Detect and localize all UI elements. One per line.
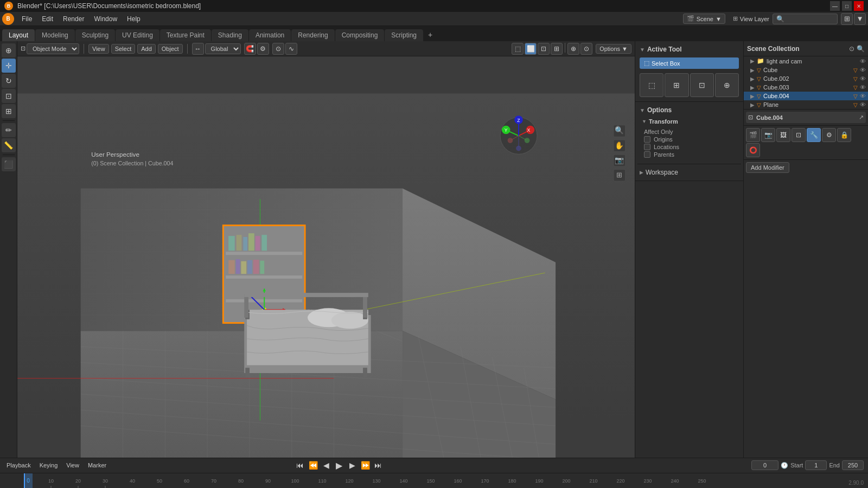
viewport-shading-material[interactable]: ⊡ bbox=[538, 43, 550, 55]
snap-settings[interactable]: ⚙ bbox=[257, 43, 269, 55]
select-menu[interactable]: Select bbox=[111, 44, 136, 54]
outliner-item-cube[interactable]: ▶ ▽ Cube ▽ 👁 bbox=[744, 66, 868, 74]
ws-tab-rendering[interactable]: Rendering bbox=[291, 29, 334, 41]
active-tool-header[interactable]: ▼ Active Tool bbox=[637, 43, 741, 55]
transform-icon[interactable]: ↔ bbox=[192, 43, 204, 55]
next-frame-btn[interactable]: ⏩ bbox=[360, 460, 371, 471]
menu-edit[interactable]: Edit bbox=[37, 14, 58, 24]
prop-icon-object[interactable]: 🔧 bbox=[807, 128, 821, 142]
ws-tab-scripting[interactable]: Scripting bbox=[385, 29, 423, 41]
next-keyframe-btn[interactable]: ▶ bbox=[347, 460, 358, 471]
menu-file[interactable]: File bbox=[17, 14, 36, 24]
locations-checkbox[interactable] bbox=[644, 144, 650, 150]
ws-tab-add[interactable]: + bbox=[424, 28, 437, 41]
outliner-item-plane[interactable]: ▶ ▽ Plane ▽ 👁 bbox=[744, 100, 868, 109]
overlay-btn[interactable]: ⊕ bbox=[567, 43, 579, 55]
timeline-track[interactable]: 0 10 20 30 40 50 60 70 80 90 100 110 120… bbox=[0, 473, 868, 488]
ws-tab-uvediting[interactable]: UV Editing bbox=[116, 29, 159, 41]
scene-selector[interactable]: 🎬 Scene ▼ bbox=[683, 14, 725, 24]
current-frame-input[interactable]: 0 bbox=[751, 460, 778, 470]
annotate-tool[interactable]: ✏ bbox=[2, 123, 16, 137]
viewport-3d[interactable]: ⊡ Object Mode View Select Add Object ↔ G… bbox=[17, 41, 635, 458]
scene-icon: 🎬 bbox=[687, 15, 694, 22]
minimize-button[interactable]: — bbox=[830, 1, 840, 11]
blender-logo[interactable]: B bbox=[2, 13, 14, 25]
outliner-search-btn[interactable]: 🔍 bbox=[857, 45, 865, 53]
prev-frame-btn[interactable]: ⏪ bbox=[308, 460, 318, 471]
ws-tab-layout[interactable]: Layout bbox=[2, 29, 35, 41]
add-modifier-button[interactable]: Add Modifier bbox=[746, 162, 789, 173]
ws-tab-texturepaint[interactable]: Texture Paint bbox=[160, 29, 211, 41]
measure-tool[interactable]: 📏 bbox=[2, 138, 16, 152]
keying-menu[interactable]: Keying bbox=[37, 461, 60, 470]
marker-menu[interactable]: Marker bbox=[86, 461, 108, 470]
workspace-header[interactable]: ▶ Workspace bbox=[637, 166, 741, 178]
parents-checkbox[interactable] bbox=[644, 151, 650, 158]
view-menu-tl[interactable]: View bbox=[64, 461, 81, 470]
rotate-tool[interactable]: ↻ bbox=[2, 74, 16, 88]
origins-checkbox[interactable] bbox=[644, 136, 650, 143]
outliner-filter-btn[interactable]: ⊙ bbox=[849, 45, 854, 53]
ws-tab-animation[interactable]: Animation bbox=[249, 29, 291, 41]
prop-icon-view[interactable]: ⊡ bbox=[792, 128, 806, 142]
ws-tab-shading[interactable]: Shading bbox=[212, 29, 248, 41]
collection-label: (0) Scene Collection | Cube.004 bbox=[91, 160, 173, 166]
maximize-button[interactable]: □ bbox=[842, 1, 852, 11]
playback-menu[interactable]: Playback bbox=[4, 461, 33, 470]
jump-start-btn[interactable]: ⏮ bbox=[295, 460, 305, 471]
prop-icon-output[interactable]: 🖼 bbox=[776, 128, 790, 142]
tool-grid-btn-4[interactable]: ⊕ bbox=[715, 73, 739, 97]
select-box-button[interactable]: ⬚ Select Box bbox=[640, 57, 739, 69]
view-menu[interactable]: View bbox=[88, 44, 109, 54]
viewport-shading-wire[interactable]: ⬚ bbox=[512, 43, 524, 55]
cursor-tool[interactable]: ⊕ bbox=[2, 43, 16, 57]
ws-tab-sculpting[interactable]: Sculpting bbox=[75, 29, 115, 41]
prop-icon-particles[interactable]: 🔒 bbox=[837, 128, 851, 142]
outliner-item-cube004[interactable]: ▶ ▽ Cube.004 ▽ 👁 bbox=[744, 92, 868, 100]
outliner-item-cube003[interactable]: ▶ ▽ Cube.003 ▽ 👁 bbox=[744, 83, 868, 92]
menu-help[interactable]: Help bbox=[123, 14, 145, 24]
object-menu[interactable]: Object bbox=[158, 44, 183, 54]
tool-grid-btn-2[interactable]: ⊞ bbox=[665, 73, 688, 97]
proportional-type[interactable]: ∿ bbox=[285, 43, 297, 55]
header-icon-btn-2[interactable]: ▼ bbox=[854, 13, 866, 25]
menu-window[interactable]: Window bbox=[90, 14, 122, 24]
prop-icon-render[interactable]: 📷 bbox=[761, 128, 775, 142]
close-button[interactable]: ✕ bbox=[854, 1, 864, 11]
ws-tab-compositing[interactable]: Compositing bbox=[335, 29, 385, 41]
object-mode-select[interactable]: Object Mode bbox=[27, 43, 79, 54]
window-controls: — □ ✕ bbox=[830, 1, 864, 11]
move-tool[interactable]: ✛ bbox=[2, 59, 16, 73]
gizmo-btn[interactable]: ⊙ bbox=[580, 43, 592, 55]
ws-tab-modeling[interactable]: Modeling bbox=[35, 29, 75, 41]
viewport-shading-solid[interactable]: ⬜ bbox=[525, 43, 537, 55]
options-btn[interactable]: Options ▼ bbox=[596, 44, 631, 54]
transform-tool[interactable]: ⊞ bbox=[2, 104, 16, 118]
add-menu[interactable]: Add bbox=[137, 44, 156, 54]
end-frame-input[interactable]: 250 bbox=[842, 460, 864, 470]
viewport-shading-render[interactable]: ⊞ bbox=[551, 43, 563, 55]
snap-magnet[interactable]: 🧲 bbox=[244, 43, 256, 55]
header-icon-btn-1[interactable]: ⊞ bbox=[841, 13, 853, 25]
play-btn[interactable]: ▶ bbox=[334, 460, 344, 471]
jump-end-btn[interactable]: ⏭ bbox=[373, 460, 384, 471]
menu-render[interactable]: Render bbox=[59, 14, 88, 24]
options-header[interactable]: ▼ Options bbox=[637, 104, 741, 116]
proportional-btn[interactable]: ⊙ bbox=[272, 43, 284, 55]
outliner-item-light-and-cam[interactable]: ▶ 📁 light and cam 👁 bbox=[744, 56, 868, 66]
tool-grid-btn-3[interactable]: ⊡ bbox=[690, 73, 714, 97]
svg-text:0: 0 bbox=[27, 478, 30, 484]
header-right-buttons: ⊞ ▼ bbox=[841, 13, 866, 25]
tool-grid-btn-1[interactable]: ⬚ bbox=[640, 73, 663, 97]
scale-tool[interactable]: ⊡ bbox=[2, 89, 16, 103]
orientation-select[interactable]: Global bbox=[205, 43, 241, 54]
prop-icon-scene[interactable]: 🎬 bbox=[746, 128, 760, 142]
start-frame-input[interactable]: 1 bbox=[805, 460, 827, 470]
add-tool[interactable]: ⬛ bbox=[2, 157, 16, 171]
prop-icon-physics[interactable]: ⭕ bbox=[746, 143, 760, 157]
view-layer-search[interactable]: 🔍 bbox=[773, 14, 838, 24]
prop-icon-modifier[interactable]: ⚙ bbox=[822, 128, 836, 142]
outliner-item-cube002[interactable]: ▶ ▽ Cube.002 ▽ 👁 bbox=[744, 74, 868, 83]
prev-keyframe-btn[interactable]: ◀ bbox=[321, 460, 331, 471]
mode-selector[interactable]: ⊡ Object Mode bbox=[21, 43, 79, 54]
